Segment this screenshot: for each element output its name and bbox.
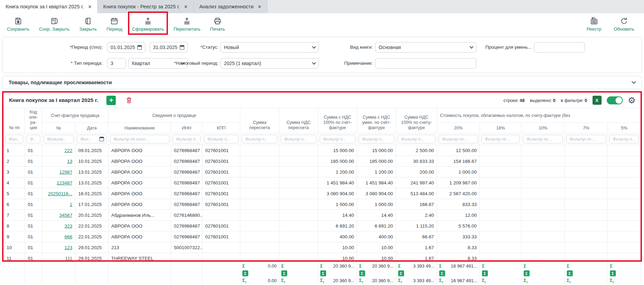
close-button[interactable]: Закрыть xyxy=(79,16,97,32)
filter-input-12[interactable] xyxy=(441,136,475,142)
invoice-number-link[interactable]: 666 xyxy=(64,234,72,239)
filter-input-16[interactable] xyxy=(612,136,636,142)
period-button[interactable]: Период xyxy=(106,16,122,32)
col-header-10[interactable]: Сумма с НДС умен. по счёт-фактуре xyxy=(357,108,396,133)
calendar-icon[interactable] xyxy=(137,45,142,50)
tab-1[interactable]: Книга покупок за I квартал 2025 г.✕ xyxy=(0,0,98,13)
book_type-field[interactable]: Основная xyxy=(375,42,476,53)
sum-button[interactable]: Σ xyxy=(524,270,530,276)
table-row[interactable]: 10122209.01.2025АВРОРА ООО02769684870276… xyxy=(4,145,641,156)
table-row[interactable]: 100112329.01.20252135001007322...10.0010… xyxy=(4,242,641,253)
filter-input-7[interactable] xyxy=(244,136,275,142)
filter-input-15[interactable] xyxy=(569,136,603,142)
table-row[interactable]: 80132322.01.2025АВРОРА ООО02769684870276… xyxy=(4,221,641,231)
table-row[interactable]: 601117.01.2025АВРОРА ООО0276968487027601… xyxy=(4,199,641,210)
invoice-number-link[interactable]: 123487 xyxy=(57,180,72,185)
tax_period-field[interactable]: 2025 (1 квартал) xyxy=(220,58,319,69)
invoice-number-link[interactable]: 323 xyxy=(64,223,72,229)
gear-icon[interactable]: ⚙ xyxy=(628,96,636,105)
generate-button[interactable]: Сформировать xyxy=(132,16,164,32)
grid-toggle[interactable] xyxy=(607,96,623,104)
note-input[interactable] xyxy=(379,61,473,66)
table-row[interactable]: 40112348713.01.2025АВРОРА ООО02769684870… xyxy=(4,177,641,188)
col-header-1[interactable]: Код опе-ра-ции xyxy=(25,108,42,133)
tab-2[interactable]: Книга покупок - Реестр за 2025 г.✕ xyxy=(98,0,194,13)
table-row[interactable]: 2011310.01.2025АВРОРА ООО027696848702760… xyxy=(4,156,641,167)
percent-field[interactable] xyxy=(534,42,585,53)
filter-input-2[interactable] xyxy=(46,136,71,142)
sum-button[interactable]: Σ xyxy=(567,270,573,276)
period_type_num-field[interactable] xyxy=(107,58,126,69)
percent-input[interactable] xyxy=(538,45,581,50)
sub-header-3[interactable]: Дата xyxy=(75,123,108,133)
add-row-button[interactable]: + xyxy=(106,96,116,105)
sub-header-16[interactable]: 5% xyxy=(608,123,641,133)
sum-button[interactable]: Σ xyxy=(359,270,365,276)
tab-close-icon[interactable]: ✕ xyxy=(258,4,261,9)
filter-input-0[interactable] xyxy=(8,136,21,142)
table-row[interactable]: 90166622.01.2025АВРОРА ООО02769684870276… xyxy=(4,231,641,242)
save-button[interactable]: Сохранить xyxy=(7,16,30,32)
print-button[interactable]: Печать xyxy=(210,16,225,32)
table-row[interactable]: 7013456720.01.2025Абдрахманов Иль...0276… xyxy=(4,210,641,221)
filter-input-6[interactable] xyxy=(207,136,236,142)
sum-button[interactable]: Σ xyxy=(398,270,404,276)
period_from-field[interactable] xyxy=(107,42,145,53)
filter-input-11[interactable] xyxy=(400,136,433,142)
status-field[interactable]: Новый xyxy=(220,42,319,53)
col-header-9[interactable]: Сумма с НДС 100% по счёт-фактуре xyxy=(318,108,357,133)
invoice-number-link[interactable]: 13 xyxy=(67,159,72,164)
sum-button[interactable]: Σ xyxy=(320,270,326,276)
filter-input-14[interactable] xyxy=(526,136,560,142)
filter-input-1[interactable] xyxy=(29,136,38,142)
calendar-icon[interactable] xyxy=(99,137,104,141)
sum-button[interactable]: Σ xyxy=(281,270,287,276)
note-field[interactable] xyxy=(375,58,476,69)
col-header-8[interactable]: Сумма НДС пересчета xyxy=(279,108,318,133)
sub-header-15[interactable]: 7% xyxy=(565,123,608,133)
invoice-number-link[interactable]: 123 xyxy=(64,245,72,250)
register-button[interactable]: Реестр xyxy=(587,16,601,32)
sub-header-14[interactable]: 10% xyxy=(522,123,565,133)
sum-button[interactable]: Σ xyxy=(482,270,488,276)
save-close-button[interactable]: Сохр. Закрыть xyxy=(39,16,70,32)
sub-header-2[interactable]: № xyxy=(42,123,75,133)
period_from-input[interactable] xyxy=(111,45,135,50)
filter-input-13[interactable] xyxy=(484,136,517,142)
filter-input-5[interactable] xyxy=(175,136,198,142)
invoice-number-link[interactable]: 20250116... xyxy=(48,191,72,196)
invoice-number-link[interactable]: 111 xyxy=(65,256,72,261)
tab-close-icon[interactable]: ✕ xyxy=(88,4,92,9)
table-row[interactable]: 50120250116...16.01.2025АВРОРА ООО027696… xyxy=(4,188,641,199)
tab-close-icon[interactable]: ✕ xyxy=(184,4,188,9)
table-row[interactable]: 3011298713.01.2025АВРОРА ООО027696848702… xyxy=(4,167,641,177)
period_type_num-input[interactable] xyxy=(111,61,122,66)
sum-button[interactable]: Σ xyxy=(242,270,248,276)
sub-header-13[interactable]: 18% xyxy=(480,123,522,133)
col-header-11[interactable]: Сумма НДС 100% по счету-фактуре xyxy=(396,108,437,133)
table-row[interactable]: 110111129.01.2025THREEWAY STEEL10.0010.0… xyxy=(4,253,641,262)
sum-button[interactable]: Σ xyxy=(439,270,445,276)
invoice-number-link[interactable]: 1 xyxy=(70,202,72,207)
traceable-goods-section[interactable]: Товары, подлежащие прослеживаемости xyxy=(2,76,642,89)
invoice-number-link[interactable]: 34567 xyxy=(59,213,72,218)
filter-input-8[interactable] xyxy=(283,136,314,142)
sub-header-4[interactable]: Наименование xyxy=(108,123,171,133)
tab-3[interactable]: Анализ задолженности✕ xyxy=(194,0,267,13)
invoice-number-link[interactable]: 12987 xyxy=(59,169,72,175)
delete-row-button[interactable] xyxy=(124,96,134,105)
filter-input-4[interactable] xyxy=(113,136,167,142)
sub-header-5[interactable]: ИНН xyxy=(171,123,202,133)
sub-header-6[interactable]: КПП xyxy=(202,123,240,133)
col-header-7[interactable]: Сумма пересчета xyxy=(240,108,279,133)
col-header-0[interactable]: № пп xyxy=(4,108,25,133)
filter-input-3[interactable] xyxy=(80,136,97,142)
filter-input-9[interactable] xyxy=(322,136,353,142)
sum-button[interactable]: Σ xyxy=(610,270,616,276)
invoice-number-link[interactable]: 222 xyxy=(64,148,72,153)
refresh-button[interactable]: Обновить xyxy=(614,16,634,32)
excel-export-button[interactable]: X xyxy=(593,96,602,105)
filter-input-10[interactable] xyxy=(361,136,392,142)
recalculate-button[interactable]: Пересчитать xyxy=(174,16,200,32)
sub-header-12[interactable]: 20% xyxy=(437,123,480,133)
